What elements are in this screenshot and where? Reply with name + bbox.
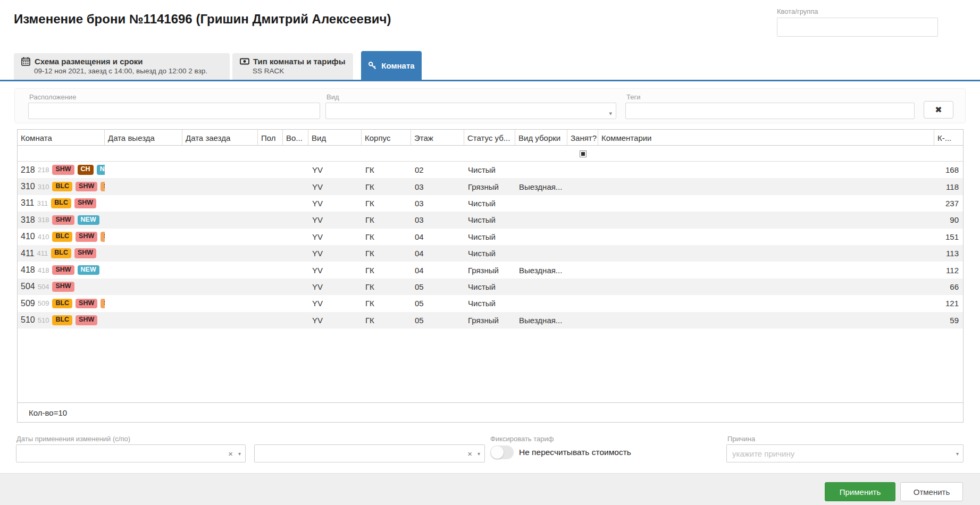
cell-count: 121: [934, 299, 963, 308]
column-header-6[interactable]: Корпус: [362, 130, 411, 146]
room-number-secondary: 318: [38, 216, 49, 224]
room-tag-badge-blc: BLC: [52, 299, 72, 309]
room-cell: 504504SHW: [18, 282, 105, 292]
column-header-8[interactable]: Статус уб...: [464, 130, 515, 146]
chevron-down-icon[interactable]: ▾: [609, 110, 612, 117]
cell-floor: 03: [411, 182, 464, 191]
room-tag-badge-s: S: [100, 232, 105, 242]
cell-count: 113: [934, 249, 963, 258]
cell-count: 237: [934, 199, 963, 208]
room-number: 504: [21, 282, 35, 291]
table-row[interactable]: 509509BLCSHWSYVГК05Чистый121: [18, 295, 963, 312]
chevron-down-icon[interactable]: ▾: [956, 451, 959, 457]
room-tag-badge-blc: BLC: [51, 248, 71, 258]
room-cell: 311311BLCSHW: [18, 198, 105, 208]
room-tag-badge-blc: BLC: [52, 232, 72, 242]
column-header-2[interactable]: Дата заезда: [182, 130, 258, 146]
table-row[interactable]: 310310BLCSHWSYVГК03ГрязныйВыездная...118: [18, 178, 963, 195]
clear-date-to-icon[interactable]: ×: [467, 449, 472, 458]
room-number: 410: [21, 232, 35, 241]
booking-edit-page: Изменение брони №1141696 (Гришин Дмитрий…: [0, 0, 980, 505]
fix-tariff-toggle[interactable]: [490, 445, 514, 459]
room-number: 311: [21, 198, 35, 208]
column-header-9[interactable]: Вид уборки: [515, 130, 567, 146]
filter-cell-5: [308, 146, 362, 162]
table-row[interactable]: 418418SHWNEWYVГК04ГрязныйВыездная...112: [18, 262, 963, 278]
cell-clean_status: Чистый: [464, 282, 515, 291]
quota-group-input[interactable]: [777, 18, 938, 37]
cell-count: 66: [934, 282, 963, 291]
tab-bar: Схема размещения и сроки 09-12 ноя 2021,…: [0, 51, 980, 81]
view-select[interactable]: [325, 103, 616, 119]
room-tag-badge-shw: SHW: [76, 315, 97, 325]
cell-building: ГК: [362, 232, 411, 241]
apply-button[interactable]: Применить: [825, 482, 895, 501]
cell-clean_status: Грязный: [464, 182, 515, 191]
key-icon: [368, 61, 377, 70]
column-header-5[interactable]: Вид: [308, 130, 362, 146]
chevron-down-icon[interactable]: ▾: [478, 451, 480, 457]
cell-clean_type: Выездная...: [515, 182, 567, 191]
cell-clean_status: Чистый: [464, 249, 515, 258]
room-tag-badge-shw: SHW: [52, 265, 74, 275]
tab-room[interactable]: Комната: [361, 51, 422, 80]
column-header-1[interactable]: Дата выезда: [105, 130, 182, 146]
date-from-combo[interactable]: × ▾: [16, 444, 246, 462]
room-tag-badge-blc: BLC: [52, 315, 72, 325]
cell-floor: 02: [411, 165, 464, 174]
room-number-secondary: 411: [37, 249, 48, 257]
cell-clean_status: Чистый: [464, 199, 515, 208]
date-to-combo[interactable]: × ▾: [254, 444, 485, 462]
location-input[interactable]: [28, 103, 320, 119]
cell-view: YV: [308, 249, 362, 258]
cell-count: 118: [934, 182, 963, 191]
room-tag-badge-shw: SHW: [76, 299, 97, 309]
tab-room-type-tariffs[interactable]: Тип комнаты и тарифы SS RACK: [232, 53, 353, 80]
room-cell: 218218SHWCHNEW: [18, 165, 105, 175]
room-tag-badge-shw: SHW: [74, 248, 96, 258]
clear-filters-button[interactable]: ✖: [924, 101, 953, 119]
room-tag-badge-shw: SHW: [76, 182, 97, 192]
clear-date-from-icon[interactable]: ×: [228, 449, 233, 458]
cell-view: YV: [308, 165, 362, 174]
tags-input[interactable]: [625, 103, 915, 119]
cell-view: YV: [308, 316, 362, 325]
room-tag-badge-new: NEW: [97, 165, 105, 175]
column-header-12[interactable]: К-...: [934, 130, 963, 146]
table-row[interactable]: 311311BLCSHWYVГК03Чистый237: [18, 195, 963, 212]
room-tag-badge-shw: SHW: [74, 198, 96, 208]
table-row[interactable]: 411411BLCSHWYVГК04Чистый113: [18, 245, 963, 262]
table-row[interactable]: 410410BLCSHWSYVГК04Чистый151: [18, 229, 963, 245]
column-header-10[interactable]: Занят?: [567, 130, 598, 146]
table-row[interactable]: 318318SHWNEWYVГК03Чистый90: [18, 212, 963, 228]
room-cell: 510510BLCSHW: [18, 315, 105, 325]
tab-placement-scheme[interactable]: Схема размещения и сроки 09-12 ноя 2021,…: [14, 53, 230, 80]
cell-building: ГК: [362, 316, 411, 325]
table-row[interactable]: 504504SHWYVГК05Чистый66: [18, 279, 963, 295]
room-tag-badge-blc: BLC: [52, 182, 72, 192]
reason-select[interactable]: укажите причину ▾: [726, 444, 964, 462]
cell-clean_type: Выездная...: [515, 316, 567, 325]
occupied-filter-checkbox[interactable]: [580, 150, 587, 157]
column-header-3[interactable]: Пол: [258, 130, 283, 146]
cell-floor: 03: [411, 199, 464, 208]
table-row[interactable]: 218218SHWCHNEWYVГК02Чистый168: [18, 162, 963, 178]
column-header-7[interactable]: Этаж: [411, 130, 464, 146]
filter-cell-4: [283, 146, 308, 162]
cancel-button[interactable]: Отменить: [900, 482, 963, 501]
cell-count: 151: [934, 232, 963, 241]
column-header-11[interactable]: Комментарии: [598, 130, 934, 146]
toggle-knob: [491, 446, 504, 459]
bottom-controls: Даты применения изменений (с/по) × ▾ × ▾…: [0, 433, 980, 470]
column-header-0[interactable]: Комната: [18, 130, 105, 146]
tab-sublabel: SS RACK: [232, 66, 353, 75]
table-row[interactable]: 510510BLCSHWYVГК05ГрязныйВыездная...59: [18, 312, 963, 329]
tags-label: Теги: [625, 93, 915, 101]
checkbox-indeterminate-mark: [581, 152, 585, 156]
room-cell: 310310BLCSHWS: [18, 182, 105, 192]
chevron-down-icon[interactable]: ▾: [238, 451, 241, 457]
column-header-4[interactable]: Во...: [283, 130, 308, 146]
fix-tariff-toggle-text: Не пересчитывать стоимость: [519, 448, 631, 457]
room-number-secondary: 510: [38, 316, 49, 324]
cell-floor: 03: [411, 215, 464, 224]
